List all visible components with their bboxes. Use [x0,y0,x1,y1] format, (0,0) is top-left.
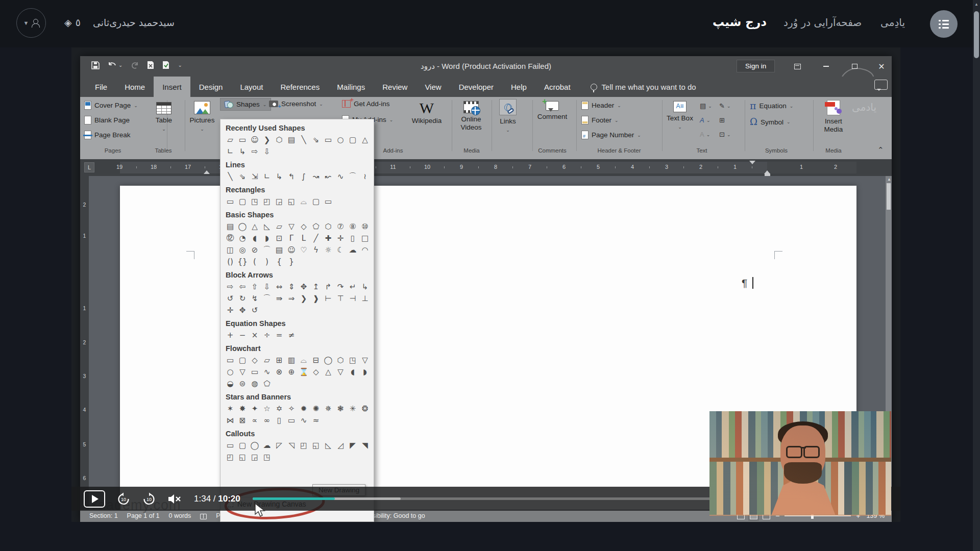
shape-item[interactable]: ✸ [236,403,249,414]
shape-item[interactable]: ⇔ [273,281,285,292]
shape-item[interactable]: ☺ [249,134,261,145]
header-button[interactable]: Header⌄ [581,101,621,110]
scroll-up-icon[interactable]: ▲ [887,177,891,182]
shape-item[interactable]: ▭ [285,415,298,425]
tab-review[interactable]: Review [374,77,416,97]
vertical-ruler[interactable]: 21123456 [80,176,89,510]
shapes-button[interactable]: Shapes⌄ [220,98,271,110]
mute-button[interactable] [167,493,182,505]
shape-item[interactable]: ∿ [334,171,347,182]
proofing-icon[interactable] [200,514,207,519]
shape-item[interactable]: ⊤ [334,293,347,304]
shape-item[interactable]: ⊥ [359,293,371,304]
cover-page-button[interactable]: Cover Page⌄ [84,101,138,110]
tab-mailings[interactable]: Mailings [328,77,374,97]
shape-item[interactable]: ↥ [310,281,322,292]
shape-item[interactable]: ▢ [347,134,359,145]
shape-item[interactable]: ◗ [359,366,371,377]
shape-item[interactable]: ∫ [298,171,310,182]
shape-item[interactable]: ⊠ [236,415,249,425]
shape-item[interactable]: ▤ [273,244,285,255]
webcam-overlay[interactable] [709,411,891,516]
shape-item[interactable]: ⊞ [273,355,285,365]
maximize-button[interactable] [843,56,866,77]
table-button[interactable]: Table⌄ [145,102,182,132]
shape-item[interactable]: ◲ [273,196,285,207]
right-indent-marker[interactable] [204,167,210,174]
user-avatar-menu[interactable]: ▼ [16,8,46,38]
shape-item[interactable]: ▯ [273,415,285,425]
shape-item[interactable]: ⇩ [261,146,273,157]
screenshot-button[interactable]: Screenshot⌄ [269,100,323,108]
shape-item[interactable]: ◱ [236,452,249,462]
shape-item[interactable]: ◯ [322,355,334,365]
shape-item[interactable]: ◇ [249,355,261,365]
shape-item[interactable]: ⊡ [273,233,285,243]
shape-item[interactable]: ↺ [224,293,236,304]
shape-item[interactable]: ▭ [224,355,236,365]
play-button[interactable] [84,490,105,508]
shape-item[interactable]: ✛ [334,233,347,243]
shape-item[interactable]: ∿ [261,366,273,377]
shape-item[interactable]: ⌛ [298,366,310,377]
shape-item[interactable]: ❯ [261,134,273,145]
shape-item[interactable]: ↻ [236,293,249,304]
shape-item[interactable]: Γ [285,233,298,243]
shape-item[interactable]: ⬡ [273,134,285,145]
shape-item[interactable]: ☼ [322,244,334,255]
shape-item[interactable]: ) [261,256,273,267]
shape-item[interactable]: ╲ [298,134,310,145]
tab-file[interactable]: File [86,77,116,97]
shape-item[interactable]: ☁ [261,440,273,450]
shape-item[interactable]: ◯ [236,221,249,232]
shape-item[interactable]: ▭ [224,196,236,207]
shape-item[interactable]: ⬠ [310,221,322,232]
status-words[interactable]: 0 words [169,512,191,519]
shape-item[interactable]: ❱ [310,293,322,304]
blank-page-button[interactable]: Blank Page [84,116,130,124]
shape-item[interactable]: ✶ [224,403,236,414]
tab-home[interactable]: Home [116,77,154,97]
shape-item[interactable]: ◸ [273,440,285,450]
shape-item[interactable]: + [224,330,236,340]
shape-item[interactable]: ✧ [285,403,298,414]
shape-item[interactable]: ✹ [298,403,310,414]
shape-item[interactable]: ❯ [298,293,310,304]
footer-button[interactable]: Footer⌄ [581,116,619,124]
insert-media-button[interactable]: Insert Media [816,100,851,133]
shape-item[interactable]: △ [359,134,371,145]
shape-item[interactable]: ⑫ [224,233,236,243]
shape-item[interactable]: ♡ [298,244,310,255]
object-button[interactable]: ⊡⌄ [719,131,730,138]
shape-item[interactable]: ∟ [224,146,236,157]
shape-item[interactable]: × [249,330,261,340]
shape-item[interactable]: ⬡ [334,355,347,365]
tab-developer[interactable]: Developer [450,77,502,97]
shape-item[interactable]: ▯ [347,233,359,243]
shape-item[interactable]: ◗ [261,233,273,243]
shape-item[interactable]: ◖ [249,233,261,243]
sign-in-button[interactable]: Sign in [737,60,775,72]
shape-item[interactable]: ✚ [322,233,334,243]
minimize-button[interactable] [814,56,838,77]
shape-item[interactable]: ◺ [322,440,334,450]
shape-item[interactable]: ↺ [249,305,261,315]
text-box-button[interactable]: A≡ Text Box⌄ [665,101,695,130]
shape-item[interactable]: ≈ [310,415,322,425]
shape-item[interactable]: ⊜ [236,378,249,389]
shape-item[interactable]: () [224,256,236,267]
shape-item[interactable]: ÷ [261,330,273,340]
shape-item[interactable]: ▢ [236,440,249,450]
shape-item[interactable]: △ [322,366,334,377]
equation-button[interactable]: π Equation⌄ [750,101,793,111]
shape-item[interactable]: ↯ [249,293,261,304]
status-section[interactable]: Section: 1 [89,512,118,519]
shape-item[interactable]: ▽ [285,221,298,232]
shape-item[interactable]: ⊘ [249,244,261,255]
close-button[interactable]: ✕ [871,56,892,77]
tab-design[interactable]: Design [190,77,232,97]
symbol-button[interactable]: Ω Symbol⌄ [750,117,791,127]
shape-item[interactable]: ◲ [249,452,261,462]
drop-cap-button[interactable]: A⌄ [700,131,710,138]
shape-item[interactable]: { [273,256,285,267]
